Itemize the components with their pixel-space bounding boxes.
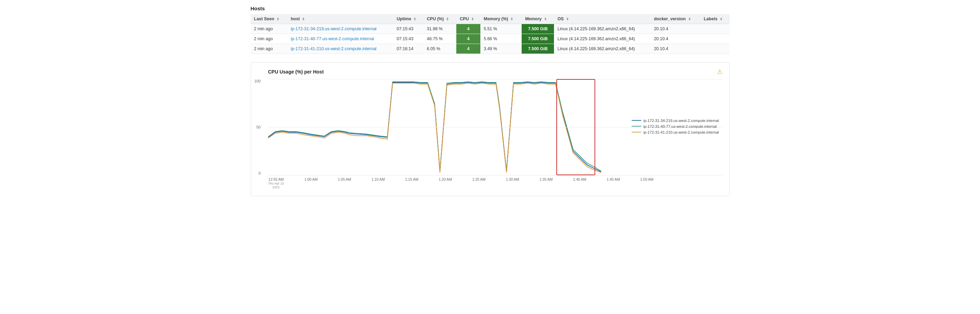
table-cell: ip-172-31-34-219.us-west-2.compute.inter… xyxy=(287,24,393,34)
table-cell: 07:16:14 xyxy=(393,44,424,54)
table-cell: 7.500 GiB xyxy=(522,34,554,44)
table-cell: 5.66 % xyxy=(480,34,522,44)
table-cell xyxy=(700,34,730,44)
x-label-0: 12:55 AM Thu Apr 22 2021 xyxy=(268,177,284,189)
col-last-seen[interactable]: Last Seen ⇕ xyxy=(251,14,288,24)
table-cell: 5.51 % xyxy=(480,24,522,34)
legend-item-3: ip-172-31-41-210.us-west-2.compute.inter… xyxy=(632,130,719,134)
col-uptime[interactable]: Uptime ⇕ xyxy=(393,14,424,24)
x-label-6: 1:25 AM xyxy=(472,177,485,189)
table-cell: 2 min ago xyxy=(251,24,288,34)
table-cell: 7.500 GiB xyxy=(522,24,554,34)
table-cell: 4 xyxy=(456,24,480,34)
col-mem-pct[interactable]: Memory (%) ⇕ xyxy=(480,14,522,24)
legend-label-1: ip-172-31-34-219.us-west-2.compute.inter… xyxy=(643,119,719,123)
table-cell: 07:15:43 xyxy=(393,34,424,44)
x-label-4: 1:15 AM xyxy=(405,177,418,189)
grid-line-0 xyxy=(268,175,722,176)
chart-legend: ip-172-31-34-219.us-west-2.compute.inter… xyxy=(632,119,719,136)
x-label-8: 1:35 AM xyxy=(539,177,553,189)
legend-label-3: ip-172-31-41-210.us-west-2.compute.inter… xyxy=(643,130,719,134)
table-cell: 31.98 % xyxy=(423,24,456,34)
col-cpu[interactable]: CPU ⇕ xyxy=(456,14,480,24)
table-cell: 48.75 % xyxy=(423,34,456,44)
table-cell xyxy=(700,24,730,34)
hosts-table: Last Seen ⇕ host ⇕ Uptime ⇕ CPU (%) ⇕ CP… xyxy=(251,14,730,54)
chart-area: 100 50 0 12:55 AM Thu Apr 22 xyxy=(268,79,722,175)
table-row: 2 min agoip-172-31-40-77.us-west-2.compu… xyxy=(251,34,730,44)
table-cell: 6.05 % xyxy=(423,44,456,54)
cpu-chart-section: CPU Usage (%) per Host ⚠ 100 50 0 xyxy=(251,62,730,196)
legend-line-3 xyxy=(632,132,641,133)
x-label-5: 1:20 AM xyxy=(439,177,452,189)
x-label-11: 1:50 AM xyxy=(640,177,654,189)
table-cell: 07:15:43 xyxy=(393,24,424,34)
x-label-1: 1:00 AM xyxy=(304,177,318,189)
x-label-7: 1:30 AM xyxy=(506,177,519,189)
table-cell: 2 min ago xyxy=(251,44,288,54)
table-cell: 20.10.4 xyxy=(651,24,700,34)
x-label-2: 1:05 AM xyxy=(338,177,352,189)
table-cell: ip-172-31-41-210.us-west-2.compute.inter… xyxy=(287,44,393,54)
chart-warning-icon: ⚠ xyxy=(717,68,722,76)
legend-label-2: ip-172-31-40-77.us-west-2.compute.intern… xyxy=(643,124,717,128)
x-label-9: 1:40 AM xyxy=(573,177,587,189)
x-label-3: 1:10 AM xyxy=(371,177,385,189)
col-host[interactable]: host ⇕ xyxy=(287,14,393,24)
table-cell: 4 xyxy=(456,34,480,44)
table-cell: 4 xyxy=(456,44,480,54)
x-axis: 12:55 AM Thu Apr 22 2021 1:00 AM 1:05 AM… xyxy=(268,177,654,189)
table-cell: Linux (4.14.225-169.362.amzn2.x86_64) xyxy=(554,44,650,54)
table-header-row: Last Seen ⇕ host ⇕ Uptime ⇕ CPU (%) ⇕ CP… xyxy=(251,14,730,24)
table-cell: 20.10.4 xyxy=(651,34,700,44)
chart-title: CPU Usage (%) per Host xyxy=(268,69,324,75)
table-cell: 3.49 % xyxy=(480,44,522,54)
table-cell: 7.500 GiB xyxy=(522,44,554,54)
y-label-100: 100 xyxy=(255,79,261,83)
legend-line-1 xyxy=(632,120,641,121)
y-label-0: 0 xyxy=(255,171,261,175)
grid-line-100 xyxy=(268,79,722,79)
col-docker-version[interactable]: docker_version ⇕ xyxy=(651,14,700,24)
table-cell: Linux (4.14.225-169.362.amzn2.x86_64) xyxy=(554,34,650,44)
table-row: 2 min agoip-172-31-41-210.us-west-2.comp… xyxy=(251,44,730,54)
col-os[interactable]: OS ⇕ xyxy=(554,14,650,24)
col-cpu-pct[interactable]: CPU (%) ⇕ xyxy=(423,14,456,24)
legend-item-1: ip-172-31-34-219.us-west-2.compute.inter… xyxy=(632,119,719,123)
col-memory[interactable]: Memory ⇕ xyxy=(522,14,554,24)
table-cell: 20.10.4 xyxy=(651,44,700,54)
table-cell: Linux (4.14.225-169.362.amzn2.x86_64) xyxy=(554,24,650,34)
legend-item-2: ip-172-31-40-77.us-west-2.compute.intern… xyxy=(632,124,719,128)
table-cell: ip-172-31-40-77.us-west-2.compute.intern… xyxy=(287,34,393,44)
legend-line-2 xyxy=(632,126,641,127)
table-row: 2 min agoip-172-31-34-219.us-west-2.comp… xyxy=(251,24,730,34)
y-axis: 100 50 0 xyxy=(255,79,261,175)
col-labels[interactable]: Labels ⇕ xyxy=(700,14,730,24)
y-label-50: 50 xyxy=(255,125,261,129)
table-cell xyxy=(700,44,730,54)
table-cell: 2 min ago xyxy=(251,34,288,44)
page-title: Hosts xyxy=(251,5,265,11)
x-label-10: 1:45 AM xyxy=(606,177,620,189)
